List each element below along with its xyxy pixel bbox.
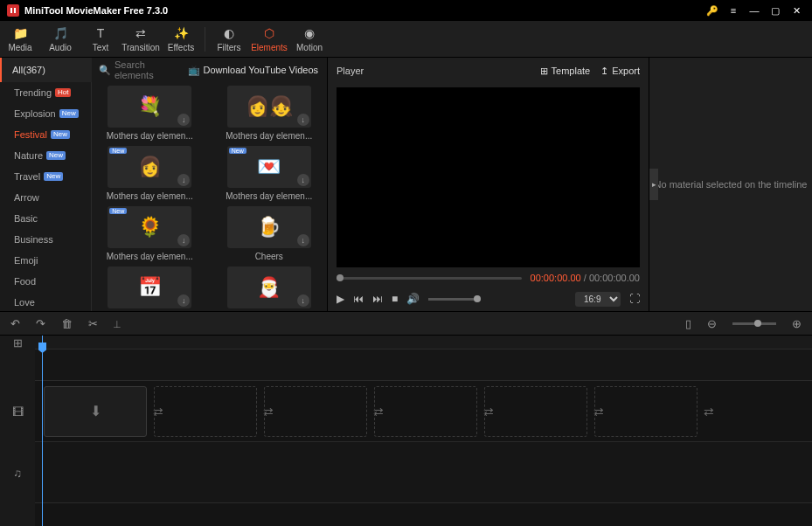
clip-slot[interactable]: ⇄ xyxy=(374,386,477,437)
element-thumb: 🌻New↓ xyxy=(108,206,191,248)
category-all[interactable]: All(367) xyxy=(0,58,92,82)
properties-panel: ▸ No material selected on the timeline xyxy=(649,58,812,311)
clip-slot[interactable]: ⬇⇄ xyxy=(44,386,147,437)
category-emoji[interactable]: Emoji xyxy=(0,250,91,271)
element-card[interactable]: 👩👧↓Mothers day elemen... xyxy=(219,86,321,141)
element-thumb: 💌New↓ xyxy=(227,146,311,188)
category-travel[interactable]: TravelNew xyxy=(0,166,91,187)
clip-slot[interactable]: ⇄ xyxy=(594,386,697,437)
download-icon[interactable]: ↓ xyxy=(177,174,190,186)
element-card[interactable]: 🎅↓ xyxy=(219,266,321,311)
app-logo xyxy=(7,4,19,17)
scrubber[interactable] xyxy=(337,277,522,280)
tab-effects[interactable]: ✨Effects xyxy=(161,21,201,58)
next-frame-button[interactable]: ⏭ xyxy=(372,293,383,305)
playhead[interactable] xyxy=(42,336,43,526)
audio-track[interactable] xyxy=(35,442,812,503)
minimize-icon[interactable]: — xyxy=(746,2,763,19)
split-button[interactable]: ✂ xyxy=(88,317,98,330)
category-explosion[interactable]: ExplosionNew xyxy=(0,103,91,124)
tab-audio[interactable]: 🎵Audio xyxy=(40,21,80,58)
tab-media[interactable]: 📁Media xyxy=(0,21,40,58)
transition-placeholder-icon[interactable]: ⇄ xyxy=(704,405,714,419)
category-food[interactable]: Food xyxy=(0,271,91,292)
titlebar: MiniTool MovieMaker Free 7.3.0 🔑 ≡ — ▢ ✕ xyxy=(0,0,812,21)
volume-slider[interactable] xyxy=(428,298,481,301)
category-list: TrendingHotExplosionNewFestivalNewNature… xyxy=(0,82,92,311)
auto-fit-button[interactable]: ▯ xyxy=(685,317,691,330)
category-basic[interactable]: Basic xyxy=(0,208,91,229)
audio-track-icon: ♫ xyxy=(13,467,22,480)
element-card[interactable]: 📅↓ xyxy=(99,266,201,311)
element-card[interactable]: 💐↓Mothers day elemen... xyxy=(99,86,201,141)
no-selection-msg: No material selected on the timeline xyxy=(655,179,808,190)
tab-elements[interactable]: ⬡Elements xyxy=(249,21,289,58)
main-toolbar: 📁Media 🎵Audio TText ⇄Transition ✨Effects… xyxy=(0,21,812,58)
timeline-gutter: ⊞ 🎞 ♫ xyxy=(0,336,35,526)
search-input[interactable]: 🔍 Search elements xyxy=(92,59,179,80)
stop-button[interactable]: ■ xyxy=(392,293,398,305)
download-icon[interactable]: ↓ xyxy=(177,234,190,246)
tab-motion[interactable]: ◉Motion xyxy=(289,21,330,58)
filters-icon: ◐ xyxy=(224,25,234,41)
activate-icon[interactable]: 🔑 xyxy=(704,2,721,19)
add-track-icon[interactable]: ⊞ xyxy=(13,336,23,350)
undo-button[interactable]: ↶ xyxy=(10,317,20,330)
player-title: Player xyxy=(337,66,530,76)
delete-button[interactable]: 🗑 xyxy=(61,317,73,330)
element-card[interactable]: 🌻New↓Mothers day elemen... xyxy=(99,206,201,261)
tab-text[interactable]: TText xyxy=(80,21,121,58)
download-icon[interactable]: ↓ xyxy=(297,114,309,126)
zoom-out-button[interactable]: ⊖ xyxy=(707,317,717,330)
clip-slot[interactable]: ⇄ xyxy=(264,386,367,437)
video-track[interactable]: ⬇⇄ ⇄ ⇄ ⇄ ⇄ ⇄ xyxy=(35,381,812,442)
zoom-in-button[interactable]: ⊕ xyxy=(792,317,802,330)
ruler[interactable] xyxy=(35,336,812,350)
prev-frame-button[interactable]: ⏮ xyxy=(353,293,364,305)
element-card[interactable]: 💌New↓Mothers day elemen... xyxy=(219,146,321,201)
download-icon[interactable]: ↓ xyxy=(297,174,309,186)
timeline-tracks[interactable]: ⬇⇄ ⇄ ⇄ ⇄ ⇄ ⇄ xyxy=(35,336,812,526)
zoom-slider[interactable] xyxy=(732,322,776,325)
category-nature[interactable]: NatureNew xyxy=(0,145,91,166)
category-trending[interactable]: TrendingHot xyxy=(0,82,91,103)
category-business[interactable]: Business xyxy=(0,229,91,250)
element-name: Mothers day elemen... xyxy=(226,191,313,201)
collapse-button[interactable]: ▸ xyxy=(649,169,658,200)
element-thumb: 👩New↓ xyxy=(108,146,191,188)
overlay-track[interactable] xyxy=(35,350,812,381)
audio-icon: 🎵 xyxy=(53,25,68,41)
element-card[interactable]: 🍺↓Cheers xyxy=(219,206,321,261)
category-arrow[interactable]: Arrow xyxy=(0,187,91,208)
clip-slot[interactable]: ⇄ xyxy=(154,386,257,437)
tab-filters[interactable]: ◐Filters xyxy=(209,21,249,58)
download-youtube-button[interactable]: 📺 Download YouTube Videos xyxy=(179,65,328,76)
menu-icon[interactable]: ≡ xyxy=(725,2,742,19)
export-button[interactable]: ↥Export xyxy=(600,66,640,77)
download-icon[interactable]: ↓ xyxy=(177,114,190,126)
template-button[interactable]: ⊞Template xyxy=(540,66,591,77)
clip-slot[interactable]: ⇄ xyxy=(484,386,587,437)
timeline-toolbar: ↶ ↷ 🗑 ✂ ⟂ ▯ ⊖ ⊕ xyxy=(0,311,812,336)
redo-button[interactable]: ↷ xyxy=(36,317,45,330)
category-festival[interactable]: FestivalNew xyxy=(0,124,91,145)
element-name: Cheers xyxy=(226,252,313,261)
timecode: 00:00:00.00 / 00:00:00.00 xyxy=(522,273,640,283)
element-card[interactable]: 👩New↓Mothers day elemen... xyxy=(99,146,201,201)
fullscreen-button[interactable]: ⛶ xyxy=(629,293,640,305)
download-icon[interactable]: ↓ xyxy=(177,294,190,307)
export-icon: ↥ xyxy=(600,66,608,77)
element-thumb: 👩👧↓ xyxy=(227,86,311,128)
play-button[interactable]: ▶ xyxy=(337,293,344,305)
close-icon[interactable]: ✕ xyxy=(788,2,805,19)
tab-transition[interactable]: ⇄Transition xyxy=(121,21,161,58)
download-icon[interactable]: ↓ xyxy=(297,294,309,307)
element-name: Mothers day elemen... xyxy=(106,191,193,201)
volume-icon[interactable]: 🔊 xyxy=(406,293,420,305)
aspect-select[interactable]: 16:9 xyxy=(575,292,621,307)
download-icon[interactable]: ↓ xyxy=(297,234,309,246)
maximize-icon[interactable]: ▢ xyxy=(767,2,784,19)
badge: New xyxy=(51,130,70,139)
category-love[interactable]: Love xyxy=(0,292,91,311)
crop-button[interactable]: ⟂ xyxy=(114,317,121,330)
